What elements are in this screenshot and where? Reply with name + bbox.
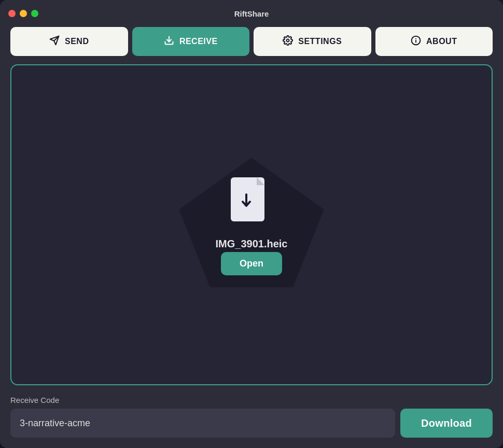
drop-zone: IMG_3901.heic Open [10, 64, 493, 385]
tab-send[interactable]: SEND [10, 27, 128, 56]
maximize-button[interactable] [31, 10, 38, 17]
receive-code-section: Receive Code Download [10, 396, 493, 438]
tab-receive-label: RECEIVE [179, 37, 218, 46]
nav-tabs: SEND RECEIVE SETTINGS [0, 27, 503, 56]
titlebar: RiftShare [0, 0, 503, 27]
tab-about[interactable]: ABOUT [375, 27, 493, 56]
tab-settings-label: SETTINGS [298, 37, 342, 46]
tab-send-label: SEND [65, 37, 89, 46]
receive-code-label: Receive Code [10, 396, 493, 404]
tab-about-label: ABOUT [426, 37, 457, 46]
svg-point-3 [287, 39, 289, 41]
file-document-icon [228, 175, 275, 232]
send-icon [49, 35, 60, 48]
main-content: IMG_3901.heic Open Receive Code Download [0, 64, 503, 448]
settings-icon [283, 35, 293, 48]
receive-icon [164, 35, 174, 48]
close-button[interactable] [8, 10, 16, 17]
minimize-button[interactable] [20, 10, 27, 17]
tab-receive[interactable]: RECEIVE [132, 27, 250, 56]
app-window: RiftShare SEND RECEIVE [0, 0, 503, 448]
download-button[interactable]: Download [400, 409, 493, 438]
receive-code-input[interactable] [10, 409, 395, 438]
tab-settings[interactable]: SETTINGS [254, 27, 371, 56]
file-name: IMG_3901.heic [216, 238, 288, 250]
receive-code-row: Download [10, 409, 493, 438]
traffic-lights [8, 10, 38, 17]
window-title: RiftShare [234, 9, 269, 18]
open-button[interactable]: Open [221, 252, 282, 275]
about-icon [411, 35, 421, 48]
file-preview: IMG_3901.heic Open [216, 175, 288, 275]
